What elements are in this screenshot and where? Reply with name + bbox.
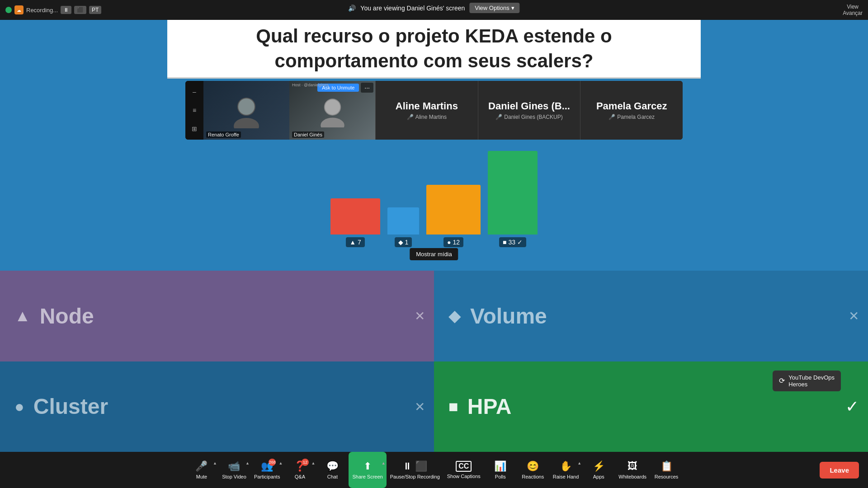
answer-tile-volume: ◆ Volume ✕: [434, 271, 868, 361]
mute-label: Mute: [196, 474, 207, 479]
pause-recording-button[interactable]: ⏸: [61, 6, 71, 14]
polls-button[interactable]: 📊 Polls: [484, 452, 517, 488]
svg-point-5: [325, 99, 340, 115]
view-options-button[interactable]: View Options ▾: [469, 3, 519, 13]
pamela-name: Pamela Garcez: [596, 100, 667, 112]
bar-label-2: ● 12: [443, 237, 463, 247]
language-button[interactable]: PT: [89, 6, 101, 14]
cluster-label: Cluster: [33, 394, 108, 419]
main-content: Qual recurso o projeto KEDA estende o co…: [0, 20, 868, 452]
bar-label-1: ◆ 1: [395, 237, 412, 247]
resources-icon: 📋: [660, 460, 673, 472]
share-screen-caret: ▲: [382, 461, 386, 465]
volume-close-button[interactable]: ✕: [849, 309, 859, 324]
chat-button[interactable]: 💬 Chat: [316, 452, 349, 488]
bar-block-3: [488, 151, 538, 235]
slide-area: Qual recurso o projeto KEDA estende o co…: [167, 20, 701, 79]
raise-hand-label: Raise Hand: [553, 474, 579, 479]
recording-text: Recording...: [26, 7, 58, 14]
recording-dot: [5, 7, 12, 13]
node-close-button[interactable]: ✕: [415, 309, 425, 324]
raise-hand-icon: ✋: [560, 460, 572, 472]
top-right-controls: View Avançar: [837, 0, 868, 20]
reactions-label: Reactions: [522, 474, 544, 479]
video-tile-renato: Renato Groffe: [203, 81, 289, 140]
volume-label: Volume: [470, 304, 547, 328]
answer-tile-node: ▲ Node ✕: [0, 271, 434, 361]
volume-icon: ◆: [448, 306, 461, 325]
chevron-down-icon: ▾: [511, 5, 514, 11]
pause-recording-toolbar-button[interactable]: ⏸ ⬛ Pause/Stop Recording: [387, 452, 443, 488]
aline-sub: 🎤 Aline Martins: [407, 114, 447, 120]
apps-button[interactable]: ⚡ Apps: [582, 452, 615, 488]
view-advance-button[interactable]: View Avançar: [843, 4, 863, 16]
name-tile-daniel: Daniel Gines (B... 🎤 Daniel Gines (BACKU…: [478, 81, 580, 140]
hpa-check-icon: ✓: [845, 397, 859, 416]
bar-item-1: ◆ 1: [387, 207, 419, 247]
speaker-icon: 🔊: [348, 5, 356, 12]
svg-point-4: [321, 117, 344, 127]
qa-icon: ❓ 12: [294, 460, 306, 472]
video-tile-daniel: Ask to Unmute ··· Daniel Ginés Host · @d…: [289, 81, 375, 140]
strip-controls: – ≡ ⊞: [185, 81, 203, 140]
reactions-button[interactable]: 😊 Reactions: [517, 452, 549, 488]
bar-label-3: ■ 33 ✓: [499, 237, 526, 247]
participants-button[interactable]: 👥 268 ▲ Participants: [250, 452, 283, 488]
participants-strip: – ≡ ⊞ Renato Groffe Ask to Unmute ···: [185, 81, 683, 140]
stop-video-button[interactable]: 📹 ▲ Stop Video: [218, 452, 250, 488]
muted-icon: 🎤: [407, 114, 414, 120]
node-icon: ▲: [14, 306, 31, 325]
captions-icon: CC: [456, 461, 472, 472]
bar-label-0: ▲ 7: [346, 237, 365, 247]
daniel-name: Daniel Ginés: [292, 131, 324, 138]
toolbar: 🎤 ▲ Mute 📹 ▲ Stop Video 👥 268 ▲ Particip…: [0, 452, 868, 488]
pause-recording-icon: ⏸ ⬛: [402, 460, 427, 472]
svg-point-1: [234, 118, 259, 128]
renato-name: Renato Groffe: [206, 131, 241, 138]
show-captions-button[interactable]: CC Show Captions: [443, 452, 484, 488]
share-screen-label: Share Screen: [352, 474, 382, 479]
resources-button[interactable]: 📋 Resources: [650, 452, 683, 488]
screen-share-banner: 🔊 You are viewing Daniel Ginés' screen V…: [341, 0, 527, 16]
pause-recording-label: Pause/Stop Recording: [390, 474, 440, 479]
polls-icon: 📊: [494, 460, 506, 472]
renato-avatar: [228, 92, 264, 128]
cluster-close-button[interactable]: ✕: [415, 399, 425, 414]
answer-grid: ▲ Node ✕ ◆ Volume ✕ ● Cluster ✕ ■ HPA ⟳ …: [0, 271, 868, 452]
strip-list-button[interactable]: ≡: [192, 106, 197, 115]
raise-hand-button[interactable]: ✋ ▲ Raise Hand: [549, 452, 582, 488]
participants-icon: 👥 268: [261, 460, 273, 472]
whiteboards-button[interactable]: 🖼 Whiteboards: [615, 452, 650, 488]
qa-label: Q&A: [295, 474, 305, 479]
mute-caret: ▲: [213, 461, 217, 465]
leave-button[interactable]: Leave: [820, 462, 859, 479]
strip-minus-button[interactable]: –: [192, 87, 197, 96]
share-screen-button[interactable]: ⬆ ▲ Share Screen: [349, 452, 386, 488]
svg-point-2: [238, 99, 255, 115]
share-screen-icon: ⬆: [363, 460, 372, 472]
stop-video-icon: 📹: [228, 460, 240, 472]
yt-tooltip-text: YouTube DevOpsHeroes: [788, 374, 835, 388]
more-options-button[interactable]: ···: [361, 83, 373, 93]
mute-button[interactable]: 🎤 ▲ Mute: [185, 452, 218, 488]
polls-label: Polls: [495, 474, 506, 479]
daniel-avatar: [316, 94, 349, 127]
bar-item-2: ● 12: [426, 185, 481, 247]
poll-area: ▲ 7 ◆ 1 ● 12 ■ 33 ✓: [276, 151, 592, 247]
recording-indicator: ☁ Recording... ⏸ ⬛ PT: [0, 5, 107, 14]
muted-icon-2: 🎤: [495, 114, 502, 120]
stop-recording-button[interactable]: ⬛: [74, 6, 86, 14]
cloud-icon: ☁: [14, 5, 24, 14]
cluster-icon: ●: [14, 397, 24, 416]
reactions-icon: 😊: [527, 460, 539, 472]
loading-spinner-icon: ⟳: [779, 376, 785, 385]
bar-item-0: ▲ 7: [330, 198, 380, 247]
participants-caret: ▲: [279, 461, 283, 465]
pamela-sub: 🎤 Pamela Garcez: [609, 114, 655, 120]
chat-label: Chat: [327, 474, 338, 479]
strip-grid-button[interactable]: ⊞: [191, 124, 198, 133]
qa-button[interactable]: ❓ 12 ▲ Q&A: [283, 452, 316, 488]
muted-icon-3: 🎤: [609, 114, 615, 120]
renato-video: [203, 81, 289, 140]
stop-video-caret: ▲: [245, 461, 250, 465]
